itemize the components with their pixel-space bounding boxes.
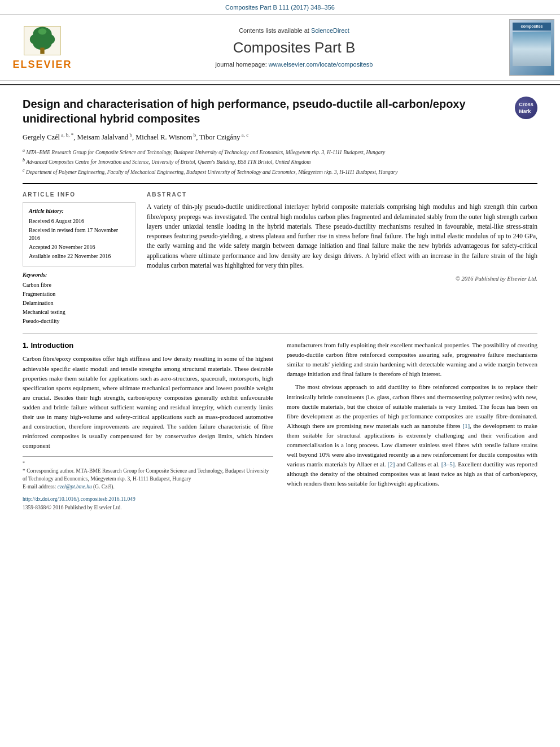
footnote-email[interactable]: czel@pt.bme.hu	[58, 484, 92, 490]
body-right-para-1: manufacturers from fully exploiting thei…	[287, 340, 537, 379]
page-wrapper: Composites Part B 111 (2017) 348–356 ELS…	[0, 0, 560, 747]
section-divider	[23, 333, 537, 334]
article-title: Design and characterisation of high perf…	[23, 97, 506, 126]
article-info-heading: ARTICLE INFO	[23, 191, 135, 199]
abstract-column: ABSTRACT A variety of thin-ply pseudo-du…	[147, 191, 537, 326]
available-date: Available online 22 November 2016	[29, 252, 129, 260]
author-2: Meisam Jalalvand	[77, 134, 129, 142]
history-label: Article history:	[29, 207, 129, 215]
keywords-label: Keywords:	[23, 271, 135, 279]
journal-homepage-link[interactable]: www.elsevier.com/locate/compositesb	[269, 61, 373, 68]
intro-section-title: 1. Introduction	[23, 340, 273, 351]
affil-a: a MTA–BME Research Group for Composite S…	[23, 147, 537, 156]
elsevier-label: ELSEVIER	[12, 58, 72, 72]
thumb-label: composites	[513, 23, 551, 30]
info-abstract-section: ARTICLE INFO Article history: Received 6…	[23, 191, 537, 326]
body-right-column: manufacturers from fully exploiting thei…	[287, 340, 537, 512]
intro-paragraph-1: Carbon fibre/epoxy composites offer high…	[23, 354, 273, 450]
svg-rect-5	[40, 47, 44, 54]
affil-b: b Advanced Composites Centre for Innovat…	[23, 157, 537, 166]
body-section: 1. Introduction Carbon fibre/epoxy compo…	[23, 340, 537, 512]
journal-homepage-line: journal homepage: www.elsevier.com/locat…	[90, 60, 498, 69]
ref-1[interactable]: [1]	[462, 422, 470, 429]
keyword-4: Mechanical testing	[23, 308, 135, 316]
sciencedirect-line: Contents lists available at ScienceDirec…	[90, 27, 498, 35]
article-info-box: Article history: Received 6 August 2016 …	[23, 202, 135, 267]
ref-3-5[interactable]: [3–5]	[441, 461, 455, 468]
footnote-star-icon: *	[23, 460, 273, 467]
authors-line: Gergely Czél a, b, *, Meisam Jalalvand b…	[23, 132, 537, 143]
keyword-5: Pseudo-ductility	[23, 317, 135, 325]
body-right-para-2: The most obvious approach to add ductili…	[287, 382, 537, 488]
author-1: Gergely Czél	[23, 134, 60, 142]
body-left-column: 1. Introduction Carbon fibre/epoxy compo…	[23, 340, 273, 512]
author-4: Tibor Czigány	[199, 134, 240, 142]
abstract-text: A variety of thin-ply pseudo-ductile uni…	[147, 202, 537, 270]
keyword-1: Carbon fibre	[23, 281, 135, 289]
article-info-column: ARTICLE INFO Article history: Received 6…	[23, 191, 135, 326]
footnote-text: * Corresponding author. MTA-BME Research…	[23, 467, 273, 483]
thumb-image	[513, 32, 551, 66]
article-content: Design and characterisation of high perf…	[0, 85, 560, 523]
sciencedirect-link[interactable]: ScienceDirect	[311, 27, 349, 34]
elsevier-logo: ELSEVIER	[6, 24, 79, 72]
keyword-3: Delamination	[23, 299, 135, 307]
keyword-2: Fragmentation	[23, 290, 135, 298]
journal-thumbnail: composites	[509, 19, 554, 76]
svg-point-6	[38, 28, 47, 34]
title-divider	[23, 183, 537, 184]
footnote-email-line: E-mail address: czel@pt.bme.hu (G. Czél)…	[23, 483, 273, 491]
doi-link[interactable]: http://dx.doi.org/10.1016/j.compositesb.…	[23, 496, 273, 503]
copyright-line: © 2016 Published by Elsevier Ltd.	[147, 275, 537, 283]
ref-2[interactable]: [2]	[388, 461, 395, 468]
doi-issn: 1359-8368/© 2016 Published by Elsevier L…	[23, 504, 273, 512]
article-title-section: Design and characterisation of high perf…	[23, 97, 537, 126]
author-3: Michael R. Wisnom	[135, 134, 192, 142]
crossmark-icon: CrossMark	[515, 97, 537, 119]
journal-ref: Composites Part B 111 (2017) 348–356	[0, 0, 560, 14]
accepted-date: Accepted 20 November 2016	[29, 243, 129, 251]
journal-header: Composites Part B 111 (2017) 348–356 ELS…	[0, 0, 560, 85]
journal-title: Composites Part B	[90, 37, 498, 58]
journal-center: Contents lists available at ScienceDirec…	[79, 27, 509, 69]
received-revised: Received in revised form 17 November 201…	[29, 226, 129, 242]
received-date: Received 6 August 2016	[29, 217, 129, 225]
crossmark-badge: CrossMark	[515, 97, 537, 119]
keywords-section: Keywords: Carbon fibre Fragmentation Del…	[23, 271, 135, 325]
journal-banner: ELSEVIER Contents lists available at Sci…	[0, 14, 560, 81]
abstract-heading: ABSTRACT	[147, 191, 537, 199]
elsevier-tree-icon	[20, 24, 65, 58]
footnote-section: * * Corresponding author. MTA-BME Resear…	[23, 456, 273, 491]
affiliations: a MTA–BME Research Group for Composite S…	[23, 147, 537, 176]
affil-c: c Department of Polymer Engineering, Fac…	[23, 167, 537, 176]
